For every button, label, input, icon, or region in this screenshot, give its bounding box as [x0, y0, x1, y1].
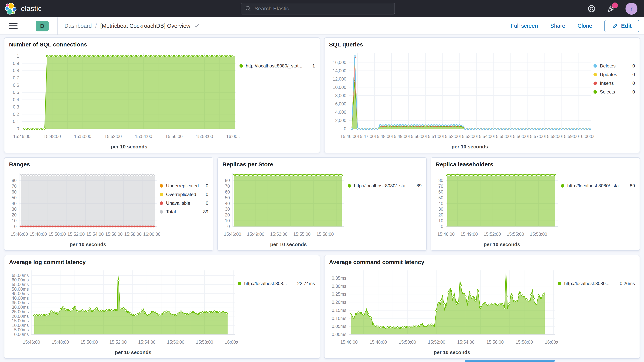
- svg-text:16:00:00: 16:00:00: [143, 232, 160, 237]
- panel-title: Replica leaseholders: [436, 161, 635, 168]
- legend-item[interactable]: http://localhost:8080...0.26ms: [558, 281, 635, 286]
- svg-text:0.3: 0.3: [13, 104, 19, 110]
- svg-text:0: 0: [228, 224, 230, 229]
- legend-value: 0: [206, 200, 208, 206]
- svg-text:15:58:00: 15:58:00: [196, 134, 213, 139]
- svg-text:15:49:00: 15:49:00: [460, 232, 478, 237]
- check-icon[interactable]: [194, 23, 200, 29]
- legend-label: http://localhost:8080/_stat...: [246, 63, 310, 68]
- svg-text:15:48:00: 15:48:00: [52, 340, 69, 345]
- svg-text:0.00ms: 0.00ms: [332, 332, 346, 337]
- chart-replica-leaseholders[interactable]: 8070605040302010015:46:0015:49:0015:52:0…: [436, 168, 561, 249]
- breadcrumb-dashboard-link[interactable]: Dashboard: [64, 23, 92, 29]
- horizontal-scrollbar-thumb[interactable]: [465, 360, 555, 362]
- svg-text:15:50:00: 15:50:00: [80, 340, 98, 345]
- clone-button[interactable]: Clone: [578, 23, 592, 29]
- share-button[interactable]: Share: [550, 23, 565, 29]
- svg-text:15:55:00: 15:55:00: [294, 232, 311, 237]
- legend-item[interactable]: Deletes0: [594, 63, 635, 68]
- svg-text:10.00ms: 10.00ms: [12, 323, 29, 328]
- notification-dot: [612, 2, 618, 8]
- legend-item[interactable]: Inserts0: [594, 80, 635, 86]
- help-button[interactable]: [587, 4, 596, 13]
- legend-item[interactable]: Total89: [160, 209, 208, 214]
- svg-text:10: 10: [12, 218, 16, 223]
- legend-item[interactable]: http://localhost:8080/_sta...89: [561, 183, 635, 188]
- brand-name: elastic: [21, 5, 42, 13]
- chart-command-commit-latency[interactable]: 0.35ms0.30ms0.25ms0.20ms0.15ms0.10ms0.05…: [329, 266, 558, 357]
- hamburger-icon: [9, 23, 18, 29]
- legend-value: 89: [416, 183, 422, 188]
- svg-text:0.8: 0.8: [13, 68, 19, 73]
- svg-text:15:57:00: 15:57:00: [527, 134, 545, 139]
- svg-text:15:52:00: 15:52:00: [109, 340, 127, 345]
- legend-label: Inserts: [600, 80, 629, 86]
- legend-value: 0: [632, 72, 635, 77]
- search-icon: [245, 6, 252, 12]
- chart-replicas-per-store[interactable]: 8070605040302010015:46:0015:49:0015:52:0…: [222, 168, 348, 249]
- legend-swatch: [348, 184, 351, 188]
- user-avatar[interactable]: r: [626, 3, 638, 15]
- svg-text:15:55:00: 15:55:00: [507, 232, 524, 237]
- legend-swatch: [558, 282, 561, 285]
- svg-text:15:52:00: 15:52:00: [68, 232, 85, 237]
- svg-text:15:51:00: 15:51:00: [425, 134, 443, 139]
- legend-item[interactable]: Underreplicated0: [160, 183, 208, 188]
- legend-item[interactable]: Selects0: [594, 89, 635, 95]
- legend-swatch: [594, 82, 597, 85]
- svg-text:20: 20: [225, 212, 230, 218]
- legend-item[interactable]: http://localhost:8080/_sta...89: [348, 183, 422, 188]
- svg-text:15:52:00: 15:52:00: [484, 232, 501, 237]
- svg-text:0.4: 0.4: [13, 97, 19, 102]
- global-search[interactable]: [241, 3, 395, 14]
- panel-title: Replicas per Store: [222, 161, 422, 168]
- chart-log-commit-latency[interactable]: 65.00ms60.00ms55.00ms50.00ms45.00ms40.00…: [9, 266, 238, 357]
- chart-sql-queries[interactable]: 16,00014,00012,00010,0008,0006,0004,0002…: [329, 48, 594, 152]
- svg-text:60.00ms: 60.00ms: [12, 278, 29, 282]
- legend-item[interactable]: http://localhost:8080/_stat...1: [240, 63, 315, 68]
- legend-swatch: [594, 90, 597, 94]
- search-input[interactable]: [254, 6, 391, 12]
- news-feed-button[interactable]: [606, 4, 616, 13]
- legend-item[interactable]: Unavailable0: [160, 200, 208, 206]
- chart-sql-connections[interactable]: 10.90.80.70.60.50.40.30.20.1015:46:0015:…: [9, 48, 240, 152]
- menu-button[interactable]: [0, 17, 27, 34]
- edit-button[interactable]: Edit: [604, 20, 639, 32]
- legend-swatch: [160, 210, 163, 214]
- svg-text:20: 20: [438, 212, 443, 218]
- dashboard-app-badge[interactable]: D: [36, 21, 48, 32]
- legend-item[interactable]: http://localhost:808...22.74ms: [238, 281, 315, 286]
- legend-item[interactable]: Updates0: [594, 72, 635, 77]
- svg-text:40: 40: [438, 201, 443, 206]
- svg-text:15:58:00: 15:58:00: [544, 134, 562, 139]
- chart-ranges[interactable]: 8070605040302010015:46:0015:48:0015:50:0…: [9, 168, 160, 249]
- svg-text:15:58:00: 15:58:00: [196, 340, 213, 345]
- elastic-brand[interactable]: elastic: [0, 2, 42, 15]
- svg-text:0.30ms: 0.30ms: [332, 284, 346, 289]
- svg-text:30.00ms: 30.00ms: [12, 305, 29, 310]
- svg-text:50: 50: [225, 195, 230, 200]
- svg-text:16:00:00: 16:00:00: [225, 340, 238, 345]
- svg-text:15:56:00: 15:56:00: [486, 340, 504, 345]
- svg-text:15:46:00: 15:46:00: [340, 134, 358, 139]
- svg-text:5.00ms: 5.00ms: [14, 327, 29, 332]
- svg-text:20: 20: [12, 212, 16, 218]
- full-screen-button[interactable]: Full screen: [510, 23, 538, 29]
- breadcrumb: Dashboard / [Metricbeat CockroachDB] Ove…: [58, 23, 200, 29]
- svg-text:15:54:00: 15:54:00: [86, 232, 104, 237]
- panel-title: Number of SQL connections: [9, 41, 315, 48]
- svg-text:per 10 seconds: per 10 seconds: [70, 242, 106, 247]
- svg-text:per 10 seconds: per 10 seconds: [115, 350, 151, 355]
- legend-swatch: [160, 184, 163, 188]
- legend-value: 0: [632, 89, 635, 95]
- svg-text:50: 50: [12, 195, 16, 200]
- app-badge-wrap: D: [27, 17, 58, 34]
- svg-text:0.25ms: 0.25ms: [332, 292, 346, 297]
- edit-button-label: Edit: [621, 23, 632, 29]
- svg-text:15:48:00: 15:48:00: [44, 134, 61, 139]
- svg-text:15:54:00: 15:54:00: [138, 340, 156, 345]
- svg-text:30: 30: [438, 207, 443, 212]
- svg-text:0.6: 0.6: [13, 83, 19, 88]
- panel-number-of-sql-connections: Number of SQL connections 10.90.80.70.60…: [4, 38, 320, 153]
- legend-item[interactable]: Overreplicated0: [160, 192, 208, 197]
